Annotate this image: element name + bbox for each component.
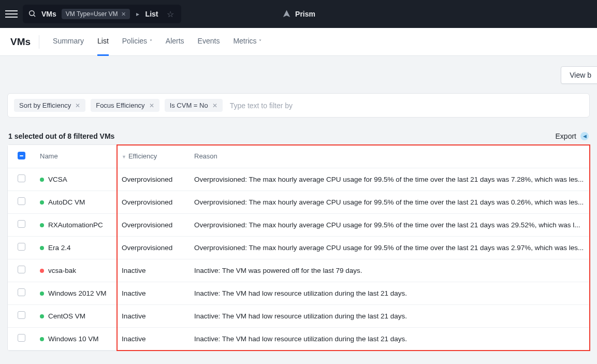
cell-reason: Inactive: The VM had low resource utiliz…	[189, 327, 589, 350]
status-dot-icon	[40, 314, 44, 318]
cell-name: VCSA	[35, 168, 117, 191]
status-dot-icon	[40, 223, 44, 227]
cell-efficiency: Inactive	[117, 259, 189, 282]
action-row: View b	[0, 56, 597, 84]
chevron-down-icon: ˅	[148, 39, 152, 45]
breadcrumb-chip-label: VM Type=User VM	[66, 10, 118, 18]
cell-efficiency: Overprovisioned	[117, 236, 189, 259]
cell-name: RXAutomationPC	[35, 213, 117, 236]
cell-reason: Overprovisioned: The max hourly average …	[189, 213, 589, 236]
close-icon[interactable]: ✕	[75, 102, 80, 109]
cell-reason: Inactive: The VM had low resource utiliz…	[189, 304, 589, 327]
cell-efficiency: Overprovisioned	[117, 168, 189, 191]
svg-point-0	[30, 10, 34, 15]
status-dot-icon	[40, 337, 44, 341]
filter-input[interactable]	[228, 99, 583, 112]
selection-row: 1 selected out of 8 filtered VMs Export …	[0, 118, 597, 144]
column-header-efficiency[interactable]: ▼Efficiency	[117, 145, 189, 168]
cell-efficiency: Overprovisioned	[117, 213, 189, 236]
filter-bar: Sort by Efficiency✕Focus Efficiency✕Is C…	[7, 93, 590, 118]
row-checkbox[interactable]	[18, 174, 25, 182]
column-header-name[interactable]: Name	[35, 145, 117, 168]
breadcrumb-search[interactable]: VMs VM Type=User VM ✕ ▸ List ☆	[23, 5, 181, 23]
row-checkbox[interactable]	[18, 288, 25, 296]
brand: Prism	[282, 9, 315, 19]
filter-chip[interactable]: Sort by Efficiency✕	[14, 99, 85, 112]
filter-chip-label: Sort by Efficiency	[19, 101, 71, 109]
select-all-checkbox[interactable]	[18, 152, 25, 159]
svg-line-1	[34, 15, 35, 17]
brand-label: Prism	[295, 10, 315, 18]
cell-reason: Overprovisioned: The max hourly average …	[189, 236, 589, 259]
filter-chip-label: Focus Efficiency	[96, 101, 144, 109]
breadcrumb-root[interactable]: VMs	[41, 10, 56, 18]
selection-count: 1 selected out of 8 filtered VMs	[8, 132, 114, 140]
cell-efficiency: Inactive	[117, 282, 189, 304]
cell-reason: Inactive: The VM had low resource utiliz…	[189, 282, 589, 304]
close-icon[interactable]: ✕	[212, 102, 217, 109]
table-header-row: Name ▼Efficiency Reason	[8, 145, 589, 168]
status-dot-icon	[40, 246, 44, 250]
cell-reason: Overprovisioned: The max hourly average …	[189, 191, 589, 213]
tab-alerts[interactable]: Alerts	[166, 37, 184, 47]
sort-indicator-icon: ▼	[122, 154, 126, 159]
cell-name: AutoDC VM	[35, 191, 117, 213]
filter-chip[interactable]: Is CVM = No✕	[165, 99, 223, 112]
row-checkbox[interactable]	[18, 311, 25, 319]
breadcrumb-leaf: List	[145, 10, 158, 18]
tab-metrics[interactable]: Metrics ˅	[233, 37, 261, 47]
cell-name: vcsa-bak	[35, 259, 117, 282]
filter-chip[interactable]: Focus Efficiency✕	[91, 99, 159, 112]
status-dot-icon	[40, 292, 44, 296]
row-checkbox[interactable]	[18, 243, 25, 251]
cell-name: Era 2.4	[35, 236, 117, 259]
column-header-reason[interactable]: Reason	[189, 145, 589, 168]
cell-name: CentOS VM	[35, 304, 117, 327]
table-row[interactable]: RXAutomationPCOverprovisionedOverprovisi…	[8, 213, 589, 236]
table-row[interactable]: vcsa-bakInactiveInactive: The VM was pow…	[8, 259, 589, 282]
brand-logo-icon	[282, 9, 291, 19]
status-dot-icon	[40, 269, 44, 273]
tab-list[interactable]: List	[97, 37, 109, 47]
export-link[interactable]: Export	[556, 132, 576, 140]
breadcrumb-filter-chip[interactable]: VM Type=User VM ✕	[62, 9, 130, 19]
table-row[interactable]: Windows 2012 VMInactiveInactive: The VM …	[8, 282, 589, 304]
table-row[interactable]: Era 2.4OverprovisionedOverprovisioned: T…	[8, 236, 589, 259]
row-checkbox[interactable]	[18, 197, 25, 205]
cell-name: Windows 2012 VM	[35, 282, 117, 304]
table-row[interactable]: VCSAOverprovisionedOverprovisioned: The …	[8, 168, 589, 191]
table-row[interactable]: CentOS VMInactiveInactive: The VM had lo…	[8, 304, 589, 327]
page-title: VMs	[10, 35, 39, 49]
cell-reason: Overprovisioned: The max hourly average …	[189, 168, 589, 191]
tab-policies[interactable]: Policies ˅	[122, 37, 152, 47]
cell-reason: Inactive: The VM was powered off for the…	[189, 259, 589, 282]
search-icon	[28, 9, 36, 19]
scroll-left-icon[interactable]: ◀	[580, 132, 589, 140]
cell-name: Windows 10 VM	[35, 327, 117, 350]
cell-efficiency: Inactive	[117, 327, 189, 350]
table-row[interactable]: Windows 10 VMInactiveInactive: The VM ha…	[8, 327, 589, 350]
status-dot-icon	[40, 200, 44, 205]
row-checkbox[interactable]	[18, 220, 25, 228]
close-icon[interactable]: ✕	[121, 11, 126, 18]
status-dot-icon	[40, 178, 44, 182]
close-icon[interactable]: ✕	[149, 102, 154, 109]
star-icon[interactable]: ☆	[167, 9, 174, 19]
row-checkbox[interactable]	[18, 334, 25, 342]
cell-efficiency: Inactive	[117, 304, 189, 327]
view-button[interactable]: View b	[561, 66, 597, 84]
row-checkbox[interactable]	[18, 266, 25, 273]
menu-icon[interactable]	[5, 8, 18, 20]
subnav: VMs SummaryListPolicies ˅AlertsEventsMet…	[0, 28, 597, 56]
top-bar: VMs VM Type=User VM ✕ ▸ List ☆ Prism	[0, 0, 597, 28]
table-row[interactable]: AutoDC VMOverprovisionedOverprovisioned:…	[8, 191, 589, 213]
vm-table: Name ▼Efficiency Reason VCSAOverprovisio…	[7, 144, 590, 351]
cell-efficiency: Overprovisioned	[117, 191, 189, 213]
chevron-down-icon: ˅	[258, 39, 262, 45]
tab-events[interactable]: Events	[198, 37, 220, 47]
tab-summary[interactable]: Summary	[53, 37, 84, 47]
chevron-right-icon: ▸	[136, 10, 139, 18]
filter-chip-label: Is CVM = No	[170, 101, 208, 109]
